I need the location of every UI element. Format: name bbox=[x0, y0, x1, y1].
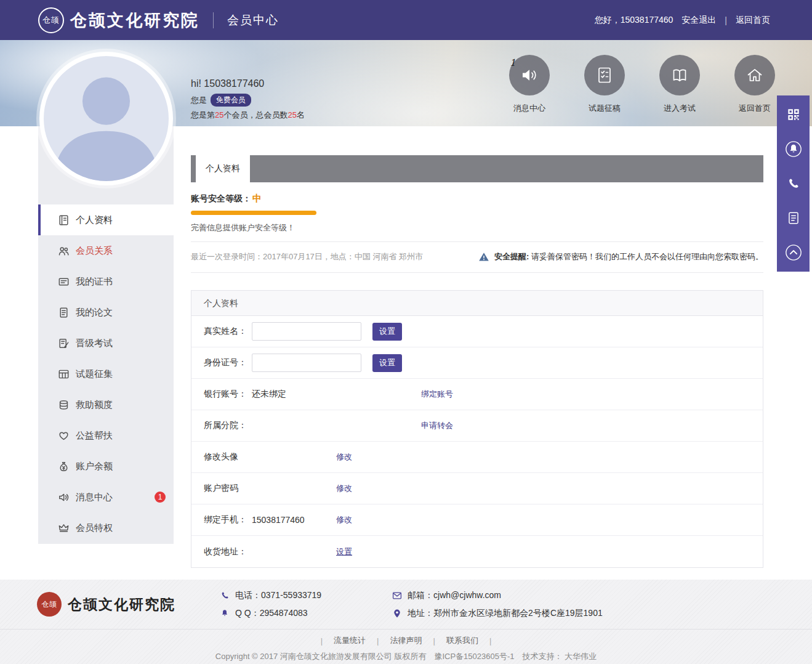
qr-code-icon[interactable] bbox=[777, 97, 810, 132]
last-login-text: 最近一次登录时间：2017年07月17日，地点：中国 河南省 郑州市 bbox=[191, 251, 423, 262]
security-section: 账号安全等级：中 完善信息提供账户安全等级！ bbox=[191, 182, 763, 242]
avatar[interactable] bbox=[39, 52, 173, 185]
footer-link-contact[interactable]: 联系我们 bbox=[446, 635, 478, 646]
security-level-label: 账号安全等级： bbox=[191, 193, 251, 203]
security-warning: 安全提醒: 请妥善保管密码！我们的工作人员不会以任何理由向您索取密码。 bbox=[478, 251, 763, 262]
user-greeting: 您好，15038177460 bbox=[595, 15, 673, 26]
bell-icon bbox=[220, 609, 230, 618]
real-name-input[interactable] bbox=[252, 322, 361, 341]
set-address-link[interactable]: 设置 bbox=[336, 546, 352, 557]
footer-email: 邮箱：cjwh@cjwhw.com bbox=[392, 590, 603, 601]
you-are-text: 您是 bbox=[191, 95, 207, 106]
form-row-avatar: 修改头像 修改 bbox=[191, 442, 763, 473]
footer-brand-name: 仓颉文化研究院 bbox=[68, 595, 175, 614]
set-real-name-button[interactable]: 设置 bbox=[372, 323, 402, 341]
logout-link[interactable]: 安全退出 bbox=[681, 15, 716, 26]
main-panel: 个人资料 账号安全等级：中 完善信息提供账户安全等级！ 最近一次登录时间：201… bbox=[191, 155, 763, 568]
money-bag-icon bbox=[58, 460, 70, 472]
notebook-icon bbox=[58, 214, 70, 226]
quick-action-messages[interactable]: 1 消息中心 bbox=[509, 55, 550, 114]
sidebar-item-privileges[interactable]: 会员特权 bbox=[38, 512, 174, 543]
brand-name[interactable]: 仓颉文化研究院 bbox=[70, 9, 199, 31]
member-center-page: 仓颉 仓颉文化研究院 会员中心 您好，15038177460 安全退出 | 返回… bbox=[0, 0, 812, 664]
booklet-icon[interactable] bbox=[777, 201, 810, 235]
mail-icon bbox=[392, 591, 402, 601]
header-right-separator: | bbox=[725, 15, 727, 25]
stat-prefix: 您是第 bbox=[191, 110, 215, 119]
sidebar-item-charity[interactable]: 公益帮扶 bbox=[38, 420, 174, 451]
phone-icon[interactable] bbox=[777, 166, 810, 201]
page-footer: 仓颉 仓颉文化研究院 电话：0371-55933719 Q Q：29548740… bbox=[0, 580, 812, 664]
footer-phone: 电话：0371-55933719 bbox=[220, 590, 321, 601]
footer-bottom: | 流量统计 | 法律声明 | 联系我们 | Copyright © 2017 … bbox=[0, 629, 812, 662]
sidebar-item-certificates[interactable]: 我的证书 bbox=[38, 266, 174, 297]
member-info: hi! 15038177460 您是 免费会员 您是第25个会员，总会员数25名 bbox=[191, 78, 305, 121]
footer-qq: Q Q：2954874083 bbox=[220, 608, 321, 619]
page-title: 会员中心 bbox=[227, 12, 279, 28]
footer-link-legal[interactable]: 法律声明 bbox=[390, 635, 422, 646]
quick-action-submit-questions[interactable]: 试题征稿 bbox=[584, 55, 625, 114]
footer-logo: 仓颉 仓颉文化研究院 bbox=[37, 592, 175, 617]
member-rank: 25 bbox=[215, 110, 223, 119]
footer-link-traffic-stats[interactable]: 流量统计 bbox=[334, 635, 366, 646]
id-number-input[interactable] bbox=[252, 354, 361, 372]
security-hint: 完善信息提供账户安全等级！ bbox=[191, 222, 763, 242]
sidebar-item-aid-quota[interactable]: 救助额度 bbox=[38, 389, 174, 420]
bound-phone-value: 15038177460 bbox=[252, 515, 336, 525]
speaker-icon bbox=[58, 491, 70, 503]
crown-icon bbox=[58, 522, 70, 534]
sidebar-item-promotion-exam[interactable]: 晋级考试 bbox=[38, 328, 174, 358]
back-home-link[interactable]: 返回首页 bbox=[736, 15, 770, 26]
unread-count-badge: 1 bbox=[155, 492, 166, 503]
header-user-area: 您好，15038177460 安全退出 | 返回首页 bbox=[595, 15, 812, 26]
security-progress-bar bbox=[191, 211, 316, 215]
sidebar-item-papers[interactable]: 我的论文 bbox=[38, 297, 174, 328]
quick-action-enter-exam[interactable]: 进入考试 bbox=[659, 55, 700, 114]
warning-icon bbox=[478, 251, 489, 262]
stat-suffix: 名 bbox=[297, 110, 305, 119]
brand-logo[interactable]: 仓颉 bbox=[38, 7, 64, 33]
content-area: 个人资料 会员关系 我的证书 我的论文 晋级考试 试题征集 bbox=[0, 126, 812, 580]
phone-icon bbox=[220, 591, 230, 601]
sidebar-item-messages[interactable]: 消息中心 1 bbox=[38, 482, 174, 512]
modify-avatar-link[interactable]: 修改 bbox=[336, 451, 352, 463]
modify-phone-link[interactable]: 修改 bbox=[336, 514, 352, 525]
warning-text: 请妥善保管密码！我们的工作人员不会以任何理由向您索取密码。 bbox=[531, 252, 763, 261]
form-row-bank-account: 银行账号： 还未绑定 绑定账号 bbox=[191, 379, 763, 410]
sidebar-item-balance[interactable]: 账户余额 bbox=[38, 451, 174, 482]
sidebar-menu: 个人资料 会员关系 我的证书 我的论文 晋级考试 试题征集 bbox=[38, 126, 174, 544]
set-id-number-button[interactable]: 设置 bbox=[372, 354, 402, 372]
warning-label: 安全提醒: bbox=[494, 252, 529, 261]
login-info-row: 最近一次登录时间：2017年07月17日，地点：中国 河南省 郑州市 安全提醒:… bbox=[191, 242, 763, 273]
member-stats: 您是第25个会员，总会员数25名 bbox=[191, 110, 305, 121]
quick-action-back-home[interactable]: 返回首页 bbox=[734, 55, 775, 114]
modify-password-link[interactable]: 修改 bbox=[336, 483, 352, 494]
home-icon bbox=[734, 55, 775, 95]
float-toolbar bbox=[777, 95, 810, 272]
logo-seal-text: 仓颉 bbox=[42, 15, 60, 26]
member-total: 25 bbox=[287, 110, 296, 119]
sidebar-item-relations[interactable]: 会员关系 bbox=[38, 235, 174, 266]
quick-actions: 1 消息中心 试题征稿 bbox=[509, 55, 775, 114]
sidebar-item-question-collection[interactable]: 试题征集 bbox=[38, 358, 174, 389]
tab-profile[interactable]: 个人资料 bbox=[196, 155, 250, 182]
membership-badge: 免费会员 bbox=[211, 94, 251, 107]
form-row-phone: 绑定手机： 15038177460 修改 bbox=[191, 504, 763, 536]
panel-title: 个人资料 bbox=[191, 291, 763, 316]
certificate-icon bbox=[58, 275, 70, 288]
footer-address: 地址：郑州市金水区绿地新都会2号楼C座19层1901 bbox=[392, 608, 603, 619]
location-pin-icon bbox=[392, 609, 402, 618]
pencil-paper-icon bbox=[58, 337, 70, 349]
header-divider bbox=[213, 12, 214, 28]
heart-icon bbox=[58, 429, 70, 442]
checklist-icon bbox=[584, 55, 625, 95]
apply-transfer-link[interactable]: 申请转会 bbox=[421, 420, 453, 431]
bell-icon[interactable] bbox=[777, 132, 810, 166]
sidebar-item-profile[interactable]: 个人资料 bbox=[38, 204, 174, 235]
open-book-icon bbox=[659, 55, 700, 95]
form-row-branch: 所属分院： 申请转会 bbox=[191, 410, 763, 442]
back-to-top-icon[interactable] bbox=[777, 235, 810, 270]
hello-text: hi! 15038177460 bbox=[191, 78, 305, 89]
coins-icon bbox=[58, 399, 70, 411]
bind-account-link[interactable]: 绑定账号 bbox=[421, 389, 453, 400]
